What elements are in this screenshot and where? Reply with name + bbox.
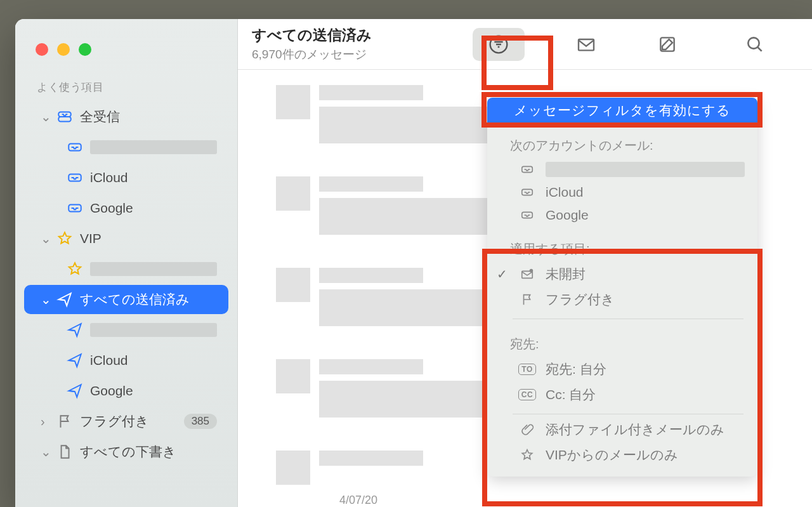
sidebar-item-vip[interactable]: ⌄ VIP xyxy=(24,224,228,253)
paperplane-icon xyxy=(66,322,84,338)
filter-account-label: iCloud xyxy=(546,185,584,200)
minimize-window-button[interactable] xyxy=(57,43,70,56)
paperplane-icon xyxy=(56,291,74,308)
filter-apply-unread[interactable]: ✓ 未開封 xyxy=(487,261,757,287)
window-controls xyxy=(15,43,237,56)
sidebar-item-label: 全受信 xyxy=(80,108,217,126)
filter-account-label: Google xyxy=(546,207,589,223)
search-button[interactable] xyxy=(729,28,781,61)
filter-apply-label: フラグ付き xyxy=(546,291,615,308)
sidebar-item-sent-redacted[interactable] xyxy=(24,315,228,345)
mailbox-title-block: すべての送信済み 6,970件のメッセージ xyxy=(252,25,468,63)
svg-rect-1 xyxy=(58,117,71,122)
filter-has-attachment[interactable]: 添付ファイル付きメールのみ xyxy=(487,417,757,442)
filter-section-addressed: 宛先: xyxy=(487,322,757,357)
inbox-icon xyxy=(66,200,84,216)
sidebar-item-all-inboxes[interactable]: ⌄ 全受信 xyxy=(24,102,228,131)
close-window-button[interactable] xyxy=(36,43,48,56)
inbox-icon xyxy=(518,208,537,222)
filter-account-icloud[interactable]: iCloud xyxy=(487,181,757,204)
filter-popover: メッセージフィルタを有効にする 次のアカウントのメール: iCloud Goog… xyxy=(487,98,757,477)
inbox-icon xyxy=(518,162,537,176)
avatar xyxy=(276,451,310,485)
sidebar-item-account-redacted[interactable] xyxy=(24,133,228,162)
chevron-down-icon: ⌄ xyxy=(41,231,49,246)
chevron-down-icon: ⌄ xyxy=(41,292,49,307)
inbox-icon xyxy=(518,185,537,199)
zoom-window-button[interactable] xyxy=(79,43,91,56)
star-icon xyxy=(56,230,74,247)
filter-from-vip[interactable]: VIPからのメールのみ xyxy=(487,442,757,468)
sidebar-item-label: フラグ付き xyxy=(80,412,178,430)
flag-icon xyxy=(56,413,74,430)
svg-rect-10 xyxy=(522,166,533,172)
sidebar-item-label: iCloud xyxy=(90,170,217,185)
get-mail-button[interactable] xyxy=(560,28,612,61)
cc-badge-icon: CC xyxy=(518,389,537,400)
count-badge: 385 xyxy=(184,414,217,429)
chevron-down-icon: ⌄ xyxy=(41,444,49,459)
sidebar-item-label: すべての下書き xyxy=(80,443,217,461)
sidebar-item-all-drafts[interactable]: ⌄ すべての下書き xyxy=(24,437,228,466)
inbox-icon xyxy=(66,139,84,155)
sidebar-item-label: すべての送信済み xyxy=(80,291,217,308)
svg-rect-3 xyxy=(69,174,81,181)
envelope-badge-icon xyxy=(518,267,537,281)
filter-apply-label: 未開封 xyxy=(546,265,586,283)
mailbox-title: すべての送信済み xyxy=(252,25,468,45)
sidebar-item-label: iCloud xyxy=(90,353,217,368)
sidebar-item-vip-redacted[interactable] xyxy=(24,254,228,284)
message-date-fragment: 4/07/20 xyxy=(339,494,536,507)
sidebar-item-sent-icloud[interactable]: iCloud xyxy=(24,346,228,375)
checkmark-icon: ✓ xyxy=(495,267,509,282)
compose-button[interactable] xyxy=(641,28,693,61)
sidebar-item-google-inbox[interactable]: Google xyxy=(24,194,228,223)
separator xyxy=(513,414,743,414)
inbox-icon xyxy=(66,169,84,186)
flag-icon xyxy=(518,293,537,306)
filter-addressed-label: Cc: 自分 xyxy=(546,386,596,404)
svg-rect-12 xyxy=(522,212,533,218)
chevron-right-icon: › xyxy=(41,414,49,429)
filter-section-apply: 適用する項目: xyxy=(487,227,757,261)
sidebar-item-label: Google xyxy=(90,383,217,398)
to-badge-icon: TO xyxy=(518,364,537,375)
mail-window: よく使う項目 ⌄ 全受信 iCloud Google ⌄ VIP xyxy=(15,19,812,507)
filter-extra-label: VIPからのメールのみ xyxy=(546,446,678,464)
paperplane-icon xyxy=(66,383,84,399)
filter-account-redacted[interactable] xyxy=(487,158,757,181)
star-icon xyxy=(66,261,84,277)
compose-icon xyxy=(657,34,678,55)
filter-addressed-to-me[interactable]: TO 宛先: 自分 xyxy=(487,357,757,382)
redacted-label xyxy=(546,162,745,177)
paperplane-icon xyxy=(66,352,84,369)
filter-extra-label: 添付ファイル付きメールのみ xyxy=(546,421,724,438)
filter-section-account: 次のアカウントのメール: xyxy=(487,123,757,158)
redacted-label xyxy=(90,323,217,337)
star-icon xyxy=(518,448,537,462)
sidebar-item-sent-google[interactable]: Google xyxy=(24,376,228,405)
filter-icon xyxy=(488,34,509,55)
avatar xyxy=(276,268,310,302)
sidebar-section-heading: よく使う項目 xyxy=(15,76,237,101)
sidebar-item-icloud-inbox[interactable]: iCloud xyxy=(24,163,228,192)
separator xyxy=(513,319,743,319)
sidebar-item-label: VIP xyxy=(80,231,217,246)
filter-addressed-cc-me[interactable]: CC Cc: 自分 xyxy=(487,382,757,407)
redacted-label xyxy=(90,262,217,276)
document-icon xyxy=(56,444,74,460)
enable-filter-button[interactable]: メッセージフィルタを有効にする xyxy=(487,98,757,123)
svg-rect-11 xyxy=(522,189,533,195)
svg-rect-2 xyxy=(69,144,81,151)
toolbar: すべての送信済み 6,970件のメッセージ xyxy=(238,19,812,70)
sidebar-item-flagged[interactable]: › フラグ付き 385 xyxy=(24,407,228,436)
sidebar-item-all-sent[interactable]: ⌄ すべての送信済み xyxy=(24,285,228,314)
avatar xyxy=(276,176,310,211)
sidebar: よく使う項目 ⌄ 全受信 iCloud Google ⌄ VIP xyxy=(15,19,238,507)
filter-apply-flagged[interactable]: フラグ付き xyxy=(487,287,757,312)
envelope-icon xyxy=(576,34,596,55)
mailbox-subtitle: 6,970件のメッセージ xyxy=(252,46,468,63)
avatar xyxy=(276,85,310,119)
filter-button[interactable] xyxy=(473,28,525,61)
filter-account-google[interactable]: Google xyxy=(487,204,757,227)
